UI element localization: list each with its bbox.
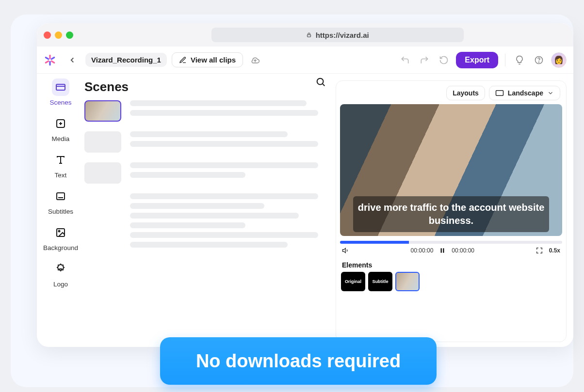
scenes-icon	[55, 81, 66, 93]
lock-icon	[306, 31, 312, 39]
video-preview[interactable]: drive more traffic to the account websit…	[340, 104, 562, 236]
scene-row[interactable]	[84, 131, 322, 153]
scene-list	[84, 100, 322, 248]
toolbar-divider	[505, 54, 505, 66]
undo-button[interactable]	[398, 53, 412, 67]
svg-rect-26	[443, 248, 444, 252]
close-window-dot[interactable]	[44, 31, 51, 39]
svg-point-19	[59, 231, 60, 232]
badge-icon	[55, 263, 66, 275]
svg-line-3	[51, 61, 54, 63]
svg-line-5	[46, 61, 48, 63]
sidebar-label: Text	[55, 172, 67, 179]
svg-line-2	[51, 57, 54, 59]
center-panel: Scenes	[84, 74, 331, 347]
scene-thumb[interactable]	[84, 162, 121, 184]
sidebar-label: Logo	[53, 281, 68, 288]
cloud-sync-icon[interactable]	[248, 53, 262, 67]
svg-point-21	[317, 78, 324, 85]
text-icon	[55, 154, 66, 166]
address-bar[interactable]: https://vizard.ai	[211, 28, 464, 42]
window-controls	[44, 31, 73, 39]
scene-row	[84, 193, 322, 248]
promo-banner: No downloads required	[160, 337, 437, 385]
sidebar-item-logo[interactable]: Logo	[41, 260, 80, 288]
scene-row[interactable]	[84, 100, 322, 122]
subtitles-icon	[55, 190, 66, 202]
svg-rect-25	[441, 248, 442, 252]
plus-square-icon	[55, 118, 66, 129]
svg-rect-0	[307, 34, 310, 37]
landscape-icon	[495, 90, 504, 96]
scene-thumb[interactable]	[84, 131, 121, 153]
browser-window: https://vizard.ai Vizard_Recording_1 Vie…	[37, 23, 573, 347]
user-avatar[interactable]: 👩	[551, 52, 567, 68]
time-total: 00:00:00	[452, 247, 474, 254]
sidebar-item-text[interactable]: Text	[41, 151, 80, 179]
svg-rect-18	[57, 229, 65, 236]
sidebar-item-subtitles[interactable]: Subtitles	[41, 188, 80, 215]
app-logo[interactable]	[44, 54, 56, 66]
help-button[interactable]	[532, 53, 546, 67]
center-heading: Scenes	[84, 79, 322, 94]
element-original[interactable]: Original	[341, 272, 365, 291]
orientation-select[interactable]: Landscape	[489, 86, 560, 100]
svg-point-8	[539, 62, 539, 62]
redo-button[interactable]	[417, 53, 432, 67]
sidebar-label: Subtitles	[48, 208, 73, 215]
sidebar-item-background[interactable]: Background	[41, 224, 80, 251]
elements-tray: Original Subtitle	[340, 272, 562, 291]
chevron-down-icon	[547, 90, 554, 96]
image-icon	[55, 227, 66, 238]
elements-heading: Elements	[342, 261, 562, 269]
element-subtitle[interactable]: Subtitle	[368, 272, 392, 291]
preview-panel: Layouts Landscape drive more traffic to …	[336, 80, 567, 342]
search-icon[interactable]	[315, 77, 326, 87]
svg-marker-24	[342, 248, 345, 252]
svg-line-6	[46, 57, 48, 59]
sidebar-item-media[interactable]: Media	[41, 115, 80, 142]
pencil-icon	[179, 56, 187, 64]
view-all-clips-label: View all clips	[191, 56, 236, 64]
sidebar-item-scenes[interactable]: Scenes	[41, 78, 80, 106]
svg-line-22	[323, 84, 324, 86]
pause-button[interactable]	[439, 247, 446, 254]
player-controls: 00:00:00 00:00:00 0.5x	[340, 244, 562, 257]
scene-thumb[interactable]	[84, 100, 121, 122]
hint-button[interactable]	[512, 53, 527, 67]
scene-row[interactable]	[84, 162, 322, 184]
sidebar-label: Background	[43, 244, 78, 251]
svg-rect-16	[57, 193, 65, 200]
volume-icon[interactable]	[342, 247, 350, 254]
element-clip[interactable]	[395, 272, 420, 291]
maximize-window-dot[interactable]	[66, 31, 73, 39]
caption-overlay: drive more traffic to the account websit…	[353, 196, 549, 232]
sidebar-label: Scenes	[49, 99, 71, 106]
svg-rect-9	[56, 84, 65, 90]
back-button[interactable]	[64, 52, 81, 68]
history-button[interactable]	[437, 53, 451, 67]
time-current: 00:00:00	[411, 247, 434, 254]
project-name-chip[interactable]: Vizard_Recording_1	[85, 53, 167, 67]
layouts-button[interactable]: Layouts	[446, 86, 485, 100]
left-sidebar: Scenes Media Text Subtitles Background	[37, 74, 84, 347]
app-toolbar: Vizard_Recording_1 View all clips Export…	[37, 47, 573, 74]
fullscreen-icon[interactable]	[535, 247, 543, 254]
svg-rect-23	[496, 91, 503, 96]
minimize-window-dot[interactable]	[55, 31, 62, 39]
sidebar-label: Media	[52, 135, 70, 142]
export-button[interactable]: Export	[456, 52, 498, 68]
orientation-label: Landscape	[508, 89, 543, 97]
view-all-clips-button[interactable]: View all clips	[172, 52, 243, 67]
playback-speed[interactable]: 0.5x	[549, 247, 560, 254]
browser-chrome: https://vizard.ai	[37, 23, 573, 47]
url-text: https://vizard.ai	[316, 31, 369, 39]
